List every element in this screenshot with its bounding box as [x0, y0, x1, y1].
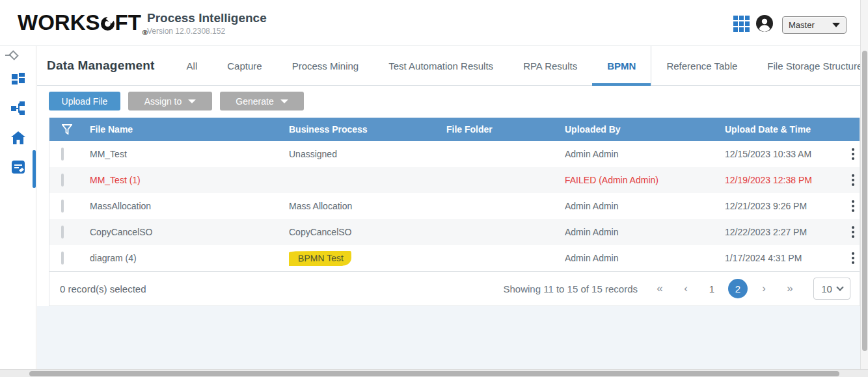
- table-footer: 0 record(s) selected Showing 11 to 15 of…: [49, 271, 860, 306]
- kebab-menu-icon[interactable]: [848, 250, 858, 266]
- last-page-button[interactable]: »: [777, 282, 803, 295]
- cell-business-process: Mass Allocation: [289, 201, 352, 211]
- selected-count-text: 0 record(s) selected: [60, 283, 146, 294]
- generate-button[interactable]: Generate: [220, 92, 304, 110]
- tab-bpmn[interactable]: BPMN: [592, 46, 651, 85]
- prev-page-button[interactable]: ‹: [673, 282, 699, 295]
- row-checkbox[interactable]: [61, 226, 64, 239]
- caret-down-icon: [188, 99, 196, 103]
- showing-records-text: Showing 11 to 15 of 15 records: [503, 283, 638, 294]
- table-row[interactable]: MM_Test (1) FAILED (Admin Admin) 12/19/2…: [49, 167, 860, 193]
- tab-test-automation-results[interactable]: Test Automation Results: [373, 46, 508, 85]
- app-title-block: Process Intelligence Version 12.0.2308.1…: [147, 11, 267, 36]
- col-header-uploaded-by[interactable]: Uploaded By: [565, 124, 725, 135]
- col-header-file-folder[interactable]: File Folder: [446, 124, 565, 135]
- pin-icon[interactable]: [5, 49, 19, 61]
- cell-business-process-highlighted: BPMN Test: [289, 251, 351, 266]
- row-checkbox[interactable]: [61, 148, 64, 161]
- tab-rpa-results[interactable]: RPA Results: [508, 46, 592, 85]
- tab-label: Reference Table: [666, 60, 737, 72]
- cell-upload-date: 12/15/2023 10:33 AM: [725, 149, 846, 159]
- col-header-upload-date[interactable]: Upload Date & Time: [725, 124, 846, 135]
- table-row[interactable]: MassAllocation Mass Allocation Admin Adm…: [49, 193, 860, 219]
- tab-reference-table[interactable]: Reference Table: [651, 46, 752, 85]
- assign-to-button[interactable]: Assign to: [128, 92, 212, 110]
- table-row[interactable]: CopyCancelSO CopyCancelSO Admin Admin 12…: [49, 219, 860, 245]
- kebab-menu-icon[interactable]: [848, 198, 858, 214]
- dropdown-caret-icon: [832, 23, 840, 27]
- tab-label: BPMN: [607, 60, 636, 72]
- cell-file-name: MassAllocation: [90, 201, 289, 211]
- col-header-business-process[interactable]: Business Process: [289, 124, 446, 135]
- page-1-button[interactable]: 1: [699, 283, 725, 294]
- cell-uploaded-by: Admin Admin: [565, 201, 725, 211]
- kebab-menu-icon[interactable]: [848, 224, 858, 240]
- tab-process-mining[interactable]: Process Mining: [277, 46, 374, 85]
- sidebar-item-home[interactable]: [11, 131, 25, 145]
- cell-upload-date: 12/21/2023 9:26 PM: [725, 201, 846, 211]
- apps-grid-icon[interactable]: [733, 16, 750, 32]
- kebab-menu-icon[interactable]: [848, 172, 858, 188]
- vertical-scrollbar[interactable]: [860, 0, 868, 369]
- sidebar-item-notes[interactable]: [11, 160, 25, 174]
- table-row[interactable]: MM_Test Unassigned Admin Admin 12/15/202…: [49, 141, 860, 167]
- page-2-button-active[interactable]: 2: [728, 279, 748, 298]
- cell-uploaded-by: Admin Admin: [565, 253, 725, 263]
- tab-capture[interactable]: Capture: [212, 46, 277, 85]
- cell-upload-date: 12/22/2023 2:27 PM: [725, 227, 846, 237]
- upload-file-button[interactable]: Upload File: [49, 92, 120, 110]
- page-title: Data Management: [47, 58, 155, 73]
- caret-down-icon: [280, 99, 288, 103]
- pagination: Showing 11 to 15 of 15 records « ‹ 1 2 ›…: [503, 278, 850, 300]
- cell-file-name: MM_Test: [90, 149, 289, 159]
- tenant-dropdown-value: Master: [789, 20, 832, 30]
- worksoft-logo: WORKSFT®: [18, 10, 148, 36]
- tenant-dropdown[interactable]: Master: [782, 16, 847, 34]
- table-header-row: File Name Business Process File Folder U…: [49, 118, 860, 141]
- tab-label: Process Mining: [292, 60, 359, 72]
- cell-uploaded-by: Admin Admin: [565, 149, 725, 159]
- cell-file-name: CopyCancelSO: [90, 227, 289, 237]
- cell-business-process: Unassigned: [289, 149, 337, 159]
- logo-o-swoosh-icon: [101, 17, 115, 31]
- kebab-menu-icon[interactable]: [848, 146, 858, 162]
- chevron-down-icon: [836, 283, 843, 291]
- col-header-file-name[interactable]: File Name: [90, 124, 289, 135]
- main-content: Data Management All Capture Process Mini…: [37, 46, 860, 369]
- cell-uploaded-by: Admin Admin: [565, 227, 725, 237]
- row-checkbox[interactable]: [61, 200, 64, 213]
- tab-bar: Data Management All Capture Process Mini…: [37, 46, 860, 86]
- sidebar-item-dashboard[interactable]: [11, 72, 25, 86]
- horizontal-scrollbar[interactable]: [0, 369, 868, 377]
- tab-label: Test Automation Results: [388, 60, 493, 72]
- tab-label: RPA Results: [523, 60, 577, 72]
- horizontal-scrollbar-thumb[interactable]: [29, 371, 839, 376]
- app-header: WORKSFT® Process Intelligence Version 12…: [0, 0, 868, 46]
- page-size-value: 10: [821, 283, 832, 294]
- cell-file-name: diagram (4): [90, 253, 289, 263]
- app-version: Version 12.0.2308.152: [147, 27, 267, 36]
- row-checkbox[interactable]: [61, 174, 64, 187]
- sidebar-item-process-flow[interactable]: [11, 101, 25, 116]
- next-page-button[interactable]: ›: [751, 282, 777, 295]
- tab-label: All: [187, 60, 198, 72]
- cell-file-name: MM_Test (1): [90, 175, 289, 185]
- tab-file-storage-structure[interactable]: File Storage Structure: [752, 46, 868, 85]
- row-checkbox[interactable]: [61, 252, 64, 265]
- sidebar: [0, 46, 36, 369]
- files-table: File Name Business Process File Folder U…: [49, 118, 860, 306]
- vertical-scrollbar-thumb[interactable]: [862, 51, 867, 351]
- cell-uploaded-by: FAILED (Admin Admin): [565, 175, 725, 185]
- first-page-button[interactable]: «: [647, 282, 673, 295]
- tab-label: Capture: [227, 60, 262, 72]
- table-body: MM_Test Unassigned Admin Admin 12/15/202…: [49, 141, 860, 271]
- user-avatar-icon[interactable]: [756, 15, 773, 32]
- sidebar-active-indicator: [33, 150, 36, 188]
- filter-funnel-icon[interactable]: [49, 124, 90, 135]
- cell-upload-date: 1/17/2024 4:31 PM: [725, 253, 846, 263]
- page-size-select[interactable]: 10: [813, 278, 850, 300]
- tab-all[interactable]: All: [172, 46, 213, 85]
- tab-label: File Storage Structure: [767, 60, 862, 72]
- cell-upload-date: 12/19/2023 12:38 PM: [725, 175, 846, 185]
- table-row[interactable]: diagram (4) BPMN Test Admin Admin 1/17/2…: [49, 245, 860, 271]
